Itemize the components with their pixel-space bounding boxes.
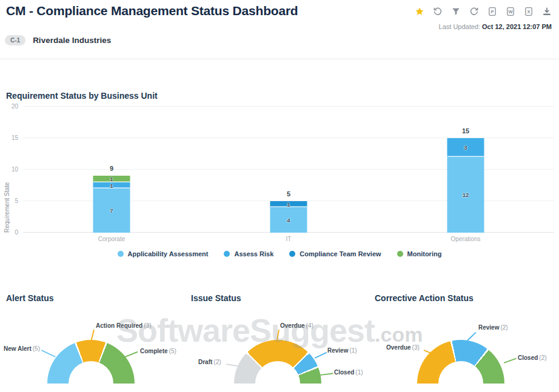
x-axis-label: IT	[200, 236, 377, 242]
issue-status-title: Issue Status	[191, 293, 241, 303]
alert-status-donut[interactable]	[47, 340, 135, 384]
corrective-action-status-title: Corrective Action Status	[375, 293, 474, 303]
bar-segment-value: 1	[110, 182, 113, 189]
legend-dot-icon	[118, 251, 124, 257]
leader-line	[504, 358, 517, 364]
legend-dot-icon	[397, 251, 403, 257]
svg-text:W: W	[508, 8, 513, 14]
stacked-bar-operations[interactable]: 123	[447, 138, 484, 233]
bar-segment-value: 1	[110, 176, 113, 182]
stacked-bar-corporate[interactable]: 711	[93, 176, 130, 233]
bar-total-label: 5	[287, 190, 290, 198]
legend-label: Monitoring	[407, 250, 442, 257]
legend-label: Compliance Team Review	[300, 250, 381, 257]
legend-item[interactable]: Monitoring	[397, 250, 442, 257]
leader-line	[320, 373, 333, 376]
toolbar: P W X	[414, 6, 552, 16]
legend-label: Applicability Assessment	[128, 250, 209, 257]
legend-item[interactable]: Applicability Assessment	[118, 250, 209, 257]
bar-segment[interactable]: 7	[93, 188, 130, 233]
issue-status-donut[interactable]	[234, 340, 321, 384]
legend-item[interactable]: Assess Risk	[224, 250, 273, 257]
slice-label: Draft(2)	[198, 359, 221, 365]
bar-segment[interactable]: 12	[447, 157, 484, 233]
legend-dot-icon	[289, 251, 295, 257]
corrective-action-donut[interactable]	[417, 340, 504, 384]
export-pdf-icon[interactable]: P	[487, 6, 497, 16]
slice-label: Closed(2)	[518, 354, 547, 361]
export-excel-icon[interactable]: X	[523, 6, 534, 16]
bar-segment[interactable]: 4	[270, 207, 307, 233]
refresh-icon[interactable]	[469, 6, 479, 16]
donut-hole	[438, 361, 483, 384]
bar-segment[interactable]: 1	[93, 176, 130, 182]
svg-text:P: P	[490, 8, 494, 14]
bar-segment-value: 7	[110, 207, 113, 214]
history-icon[interactable]	[432, 6, 443, 16]
header-divider	[0, 59, 559, 59]
slice-label: Overdue(4)	[280, 322, 313, 329]
y-tick-label: 20	[0, 103, 18, 110]
download-icon[interactable]	[541, 6, 552, 16]
bar-segment[interactable]: 1	[270, 201, 307, 207]
bar-segment[interactable]: 3	[447, 138, 484, 157]
slice-label: Review(1)	[327, 347, 357, 354]
watermark-text: SoftwareSuggest	[116, 312, 375, 348]
entity-row: C-1 Riverdale Industries	[5, 35, 111, 45]
bar-column-it: 415IT	[200, 107, 377, 233]
slice-label: Review(2)	[478, 324, 508, 331]
leader-line	[41, 350, 56, 357]
alert-status-title: Alert Status	[6, 293, 54, 303]
svg-text:X: X	[527, 8, 530, 14]
page-title: CM - Compliance Management Status Dashbo…	[6, 4, 298, 18]
bar-chart-title: Requirement Status by Business Unit	[6, 91, 158, 101]
leader-line	[466, 332, 476, 342]
donut-hole	[69, 361, 113, 384]
last-updated: Last Updated:Oct 12, 2021 12:07 PM	[439, 23, 552, 30]
bar-total-label: 9	[110, 165, 113, 172]
bar-segment[interactable]: 1	[93, 182, 130, 188]
y-tick-label: 10	[0, 166, 18, 173]
slice-label: New Alert(5)	[4, 345, 40, 352]
slice-label: Action Required(3)	[96, 322, 151, 329]
bar-chart-area: Requirement State 7119Corporate415IT1231…	[0, 107, 559, 247]
leader-line	[124, 351, 138, 358]
export-word-icon[interactable]: W	[505, 6, 515, 16]
bar-total-label: 15	[462, 127, 469, 135]
leader-line	[315, 352, 327, 359]
y-tick-label: 5	[0, 198, 18, 204]
legend-dot-icon	[224, 251, 230, 257]
bar-segment-value: 4	[287, 217, 290, 224]
slice-label: Complete(5)	[140, 348, 176, 354]
entity-badge: C-1	[5, 35, 25, 45]
favorite-star-icon[interactable]	[414, 6, 424, 16]
filter-icon[interactable]	[450, 6, 461, 16]
company-name: Riverdale Industries	[33, 36, 111, 45]
bar-segment-value: 3	[464, 144, 467, 151]
bar-column-corporate: 7119Corporate	[23, 107, 200, 233]
slice-label: Overdue(3)	[386, 344, 420, 351]
donut-hole	[255, 361, 300, 384]
legend-item[interactable]: Compliance Team Review	[289, 250, 381, 257]
y-tick-label: 0	[0, 229, 18, 236]
slice-label: Closed(1)	[334, 369, 363, 376]
bar-plot: 7119Corporate415IT12315Operations	[23, 107, 554, 233]
y-tick-label: 15	[0, 135, 18, 141]
legend-label: Assess Risk	[234, 250, 273, 257]
dashboard-page: CM - Compliance Management Status Dashbo…	[0, 0, 559, 392]
stacked-bar-it[interactable]: 41	[270, 201, 307, 233]
last-updated-value: Oct 12, 2021 12:07 PM	[482, 23, 552, 30]
watermark-suffix: .com	[375, 323, 423, 346]
x-axis-label: Operations	[377, 236, 554, 242]
x-axis-label: Corporate	[23, 236, 200, 242]
bar-column-operations: 12315Operations	[377, 107, 554, 233]
bar-segment-value: 1	[287, 201, 290, 208]
chart-legend: Applicability AssessmentAssess RiskCompl…	[0, 250, 559, 257]
bar-segment-value: 12	[463, 191, 469, 198]
last-updated-label: Last Updated:	[439, 23, 481, 30]
